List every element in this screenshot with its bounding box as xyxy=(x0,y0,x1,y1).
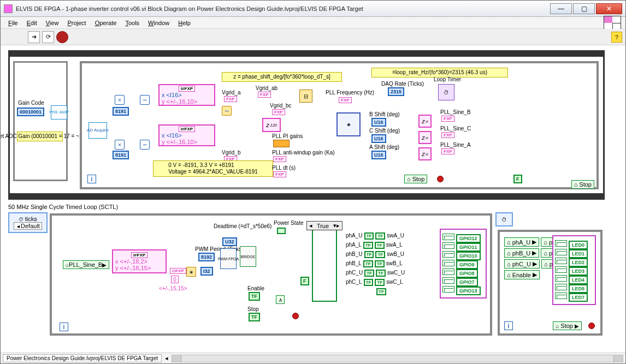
app-window: ELVIS DE FPGA - 1-phase inverter control… xyxy=(0,0,626,364)
local-phb-u[interactable]: ⌂phB_U▶ xyxy=(504,248,539,258)
sctl-main-frame: i ⌂PLL_Sine_B▶ I#FXP x <+/-,18,2> y <+/-… xyxy=(50,213,492,336)
case-structure[interactable]: ◂True▾▸ xyxy=(312,225,337,302)
b-shift-control[interactable]: U16 xyxy=(371,118,386,127)
stop-control[interactable]: TF xyxy=(249,313,260,321)
stop-label: Stop xyxy=(247,306,259,312)
minimize-button[interactable]: — xyxy=(550,3,572,14)
ofxp-tag: OFXP xyxy=(170,268,186,274)
menu-file[interactable]: File xyxy=(5,19,21,27)
zn-c[interactable]: z-n xyxy=(418,131,432,144)
ad-acquire-subvi[interactable]: AD Acquire xyxy=(88,122,107,139)
stop-local-upper[interactable]: ⌂Stop xyxy=(404,175,427,183)
sctl-config[interactable]: ⏱ ticks ◄Default xyxy=(8,212,48,233)
pll-pi-control[interactable] xyxy=(273,140,290,147)
close-button[interactable]: ✕ xyxy=(596,3,622,14)
enable-control[interactable]: TF xyxy=(249,292,260,301)
menu-project[interactable]: Project xyxy=(64,19,89,27)
run-continuous-button[interactable]: ⟳ xyxy=(42,31,54,43)
vgrid-ab-ind: FXP xyxy=(258,92,271,98)
pwm-fpga-subvi[interactable]: PWM FPGA xyxy=(220,248,237,269)
ifxp-tag-b: I#FXP xyxy=(179,126,195,132)
pll-subvi[interactable]: ◈ xyxy=(336,112,361,136)
deadtime-control[interactable]: U32 xyxy=(222,237,237,246)
delay-z120[interactable]: z-120 xyxy=(262,118,281,132)
main-subframe: AD Acquire × × 8191 8191 − − I#FXP x <I1… xyxy=(80,61,599,189)
power-state-ind[interactable] xyxy=(277,228,286,234)
pll-dt-control[interactable]: FXP xyxy=(273,171,286,177)
vgrid-b-label: Vgrid_b xyxy=(222,150,240,156)
subtract-a[interactable]: − xyxy=(140,95,150,105)
convert-node[interactable]: ∗ xyxy=(186,267,196,277)
iteration-i-sctl: i xyxy=(60,323,68,331)
menu-help[interactable]: Help xyxy=(175,19,194,27)
timed-loop-upper[interactable]: Gain Code 00010001 PRE AMP Set ADC Gain … xyxy=(8,55,605,195)
const-8191-b: 8191 xyxy=(113,151,129,159)
pll-sine-b-ind: FXP xyxy=(441,116,454,122)
zn-a[interactable]: z-n xyxy=(418,147,432,160)
stop-local-led[interactable]: ⌂Stop▶ xyxy=(553,321,582,330)
local-pha-u[interactable]: ⌂phA_U▶ xyxy=(504,237,539,247)
pll-freq-label: PLL Frequency (Hz) xyxy=(326,89,374,96)
left-subframe: Gain Code 00010001 PRE AMP Set ADC Gain … xyxy=(13,61,68,181)
loop-timer-subvi[interactable]: ⏱ xyxy=(438,84,454,100)
vgrid-a-ind: FXP xyxy=(224,96,237,102)
and-node[interactable]: ∧ xyxy=(276,295,285,304)
c-shift-control[interactable]: U16 xyxy=(371,134,386,143)
enable-label: Enable xyxy=(247,285,264,291)
stop-cond-sctl[interactable] xyxy=(292,313,299,319)
pll-sine-a-ind: FXP xyxy=(441,148,454,154)
context-help-button[interactable]: ? xyxy=(611,32,622,43)
menu-view[interactable]: View xyxy=(43,19,62,27)
subtract-b[interactable]: − xyxy=(140,140,150,150)
h-scrollbar[interactable] xyxy=(172,355,623,362)
ifxp-tag-a: I#FXP xyxy=(179,86,195,92)
c-shift-label: C Shift (deg) xyxy=(369,128,400,134)
voltage-comment: 0 V = -8191, 3.3 V = +8191 Voltage = 496… xyxy=(153,160,273,177)
led-io-node[interactable]: LED0 LED1 LED2 LED3 LED4 LED5 LED7 xyxy=(552,235,596,305)
bundle-node[interactable]: ⊟ xyxy=(299,89,312,103)
run-button[interactable]: ➔ xyxy=(28,31,40,43)
a-shift-control[interactable]: U16 xyxy=(371,151,386,159)
pll-anti-control[interactable]: FXP xyxy=(273,156,286,162)
fxp-convert-bot[interactable]: I#FXP x <+/-,18,2> y <+/-,18,15> xyxy=(112,249,167,273)
vgrid-bc-label: Vgrid_bc xyxy=(270,103,291,109)
toolbar: ➔ ⟳ ? xyxy=(1,29,625,45)
daq-rate-control[interactable]: 2315 xyxy=(388,87,404,96)
stop-local-outer[interactable]: ⌂Stop xyxy=(571,180,594,189)
x-type-bot: x <+/-,18,2> xyxy=(115,258,147,265)
project-path[interactable]: Power Electronics Design Guide.lvproj/EL… xyxy=(3,354,162,362)
zn-b[interactable]: z-n xyxy=(418,115,432,128)
case-selector[interactable]: ◂True▾▸ xyxy=(306,221,342,230)
multiply-a[interactable]: × xyxy=(115,95,125,105)
stop-cond-upper[interactable] xyxy=(437,176,444,182)
menu-operate[interactable]: Operate xyxy=(92,19,120,27)
stop-cond-led[interactable] xyxy=(588,323,595,329)
y-type-a: y <+/-,16,10> xyxy=(162,98,197,105)
menu-edit[interactable]: Edit xyxy=(23,19,40,27)
pll-pi-label: PLL PI gains xyxy=(272,133,303,139)
maximize-button[interactable]: ▢ xyxy=(573,3,595,14)
local-enable[interactable]: ⌂Enable▶ xyxy=(504,270,540,279)
local-phc-u[interactable]: ⌂phC_U▶ xyxy=(504,259,540,268)
path-chevron-icon[interactable]: ◂ xyxy=(165,355,168,362)
fxp-convert-a[interactable]: I#FXP x <I16> y <+/-,16,10> xyxy=(158,84,215,106)
preamp-subvi[interactable]: PRE AMP xyxy=(51,105,67,120)
pll-sine-a-label: PLL_Sine_A xyxy=(440,142,471,148)
multiply-b[interactable]: × xyxy=(115,140,125,150)
pwm-period-control[interactable]: 8192 xyxy=(198,253,215,261)
led-frame: ⌂phA_U▶ ⌂phA_L▶ ⌂phB_U▶ ⌂phB_L▶ ⌂phC_U▶ … xyxy=(498,230,603,336)
bd-canvas[interactable]: Gain Code 00010001 PRE AMP Set ADC Gain … xyxy=(1,45,625,353)
connector-pane-icon[interactable] xyxy=(604,16,621,30)
f-const: F xyxy=(300,277,309,285)
subtract-ab[interactable]: − xyxy=(222,106,232,116)
abort-button[interactable] xyxy=(56,31,68,43)
bridge-subvi[interactable]: BRIDGE xyxy=(240,246,256,267)
fxp-convert-b[interactable]: I#FXP x <I16> y <+/-,16,10> xyxy=(158,124,215,146)
x-type-a: x <I16> xyxy=(162,92,182,98)
gpio-io-node[interactable]: GPIO12 GPIO11 GPIO10 GPIO9 GPIO8 GPIO7 G… xyxy=(440,229,487,299)
menu-tools[interactable]: Tools xyxy=(122,19,143,27)
pll-sine-b-local[interactable]: ⌂PLL_Sine_B▶ xyxy=(63,260,109,269)
app-icon xyxy=(4,4,13,13)
menu-window[interactable]: Window xyxy=(145,19,173,27)
gain-code-control[interactable]: 00010001 xyxy=(17,108,44,116)
